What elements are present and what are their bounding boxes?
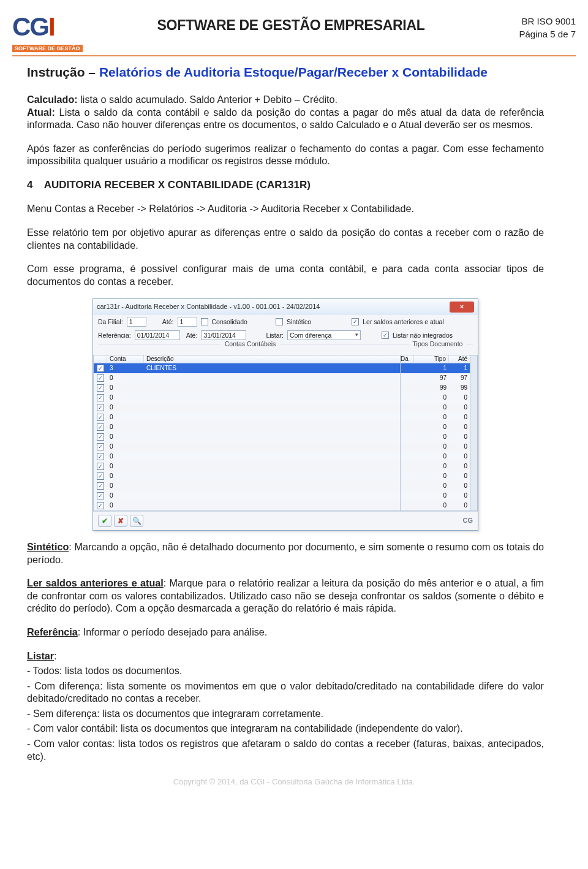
listar-combobox[interactable]: Com diferença — [287, 330, 361, 340]
para-ler-saldos: Ler saldos anteriores e atual: Marque pa… — [27, 577, 544, 615]
table-row[interactable]: 00 — [401, 393, 470, 403]
para-fechamento: Após fazer as conferências do período su… — [27, 142, 544, 167]
row-checkbox[interactable]: ✓ — [97, 394, 104, 401]
close-icon[interactable]: × — [450, 302, 474, 313]
search-button[interactable]: 🔍 — [130, 515, 143, 527]
dialog-titlebar: car131r - Auditoria Receber x Contabilid… — [93, 299, 478, 315]
table-row[interactable]: 00 — [401, 501, 470, 510]
row-checkbox[interactable]: ✓ — [97, 365, 104, 372]
group-contas-label: Contas Contábeis — [220, 340, 281, 347]
ref-ate-label: Até: — [186, 332, 198, 340]
sintetico-checkbox[interactable] — [276, 318, 283, 325]
grid-contas[interactable]: Conta Descrição ✓3CLIENTES✓0✓0✓0✓0✓0✓0✓0… — [93, 355, 400, 512]
table-row[interactable]: ✓0 — [94, 471, 400, 481]
row-checkbox[interactable]: ✓ — [97, 453, 104, 460]
table-row[interactable]: 00 — [401, 452, 470, 461]
cancel-button[interactable]: ✘ — [114, 515, 127, 527]
table-row[interactable]: 00 — [401, 412, 470, 422]
grid-tipos[interactable]: Da Tipo Até 1197979999000000000000000000… — [400, 355, 470, 512]
listar-valor-contabil: - Com valor contábil: lista os documento… — [27, 722, 544, 735]
table-row[interactable]: 00 — [401, 491, 470, 501]
row-checkbox[interactable]: ✓ — [97, 423, 104, 431]
para-objetivo: Esse relatório tem por objetivo apurar a… — [27, 226, 544, 251]
row-checkbox[interactable]: ✓ — [97, 433, 104, 441]
table-row[interactable]: ✓0 — [94, 373, 400, 383]
group-tipos-label: Tipos Documento — [409, 340, 467, 347]
table-row[interactable]: 00 — [401, 461, 470, 471]
consolidado-label: Consolidado — [212, 318, 247, 326]
row-checkbox[interactable]: ✓ — [97, 414, 104, 421]
listar-label: Listar: — [266, 332, 284, 340]
col-da: Da — [401, 355, 414, 363]
para-listar-head: Listar: — [27, 650, 544, 662]
table-row[interactable]: 00 — [401, 471, 470, 481]
table-row[interactable]: ✓0 — [94, 432, 400, 442]
page-number: Página 5 de 7 — [490, 28, 576, 40]
para-referencia: Referência: Informar o período desejado … — [27, 626, 544, 639]
row-checkbox[interactable]: ✓ — [97, 384, 104, 392]
doc-footer: Copyright © 2014, da CGI - Consultoria G… — [12, 777, 576, 786]
col-ate: Até — [449, 355, 470, 363]
da-filial-label: Da Filial: — [98, 318, 123, 326]
row-checkbox[interactable]: ✓ — [97, 463, 104, 470]
table-row[interactable]: 00 — [401, 442, 470, 452]
table-row[interactable]: ✓3CLIENTES — [94, 363, 400, 373]
ler-saldos-checkbox[interactable]: ✓ — [352, 318, 359, 325]
row-checkbox[interactable]: ✓ — [97, 374, 104, 382]
table-row[interactable]: ✓0 — [94, 383, 400, 393]
row-checkbox[interactable]: ✓ — [97, 492, 104, 499]
ate-filial-input[interactable]: 1 — [178, 317, 197, 327]
doc-meta: BR ISO 9001 Página 5 de 7 — [490, 12, 576, 40]
table-row[interactable]: ✓0 — [94, 412, 400, 422]
sintetico-label: Sintético — [287, 318, 311, 326]
table-row[interactable]: ✓0 — [94, 452, 400, 461]
grid-tipos-header: Da Tipo Até — [401, 355, 470, 364]
table-row[interactable]: ✓0 — [94, 393, 400, 403]
referencia-label: Referência: — [98, 332, 131, 340]
instruction-prefix: Instrução – — [27, 65, 99, 79]
row-checkbox[interactable]: ✓ — [97, 443, 104, 450]
table-row[interactable]: ✓0 — [94, 491, 400, 501]
listar-sem-dif: - Sem diferença: lista os documentos que… — [27, 707, 544, 720]
row-checkbox[interactable]: ✓ — [97, 404, 104, 411]
logo-subtitle: SOFTWARE DE GESTÃO — [12, 45, 83, 52]
table-row[interactable]: 9999 — [401, 383, 470, 393]
row-checkbox[interactable]: ✓ — [97, 502, 104, 509]
table-row[interactable]: ✓0 — [94, 501, 400, 510]
table-row[interactable]: 00 — [401, 432, 470, 442]
dialog-title: car131r - Auditoria Receber x Contabilid… — [97, 303, 320, 311]
table-row[interactable]: ✓0 — [94, 442, 400, 452]
consolidado-checkbox[interactable] — [201, 318, 208, 325]
row-checkbox[interactable]: ✓ — [97, 472, 104, 480]
atual-label: Atual: — [27, 107, 55, 118]
col-conta: Conta — [107, 355, 144, 363]
section-title: AUDITORIA RECEBER X CONTABILIDADE (CAR13… — [44, 179, 311, 191]
referencia-input[interactable]: 01/01/2014 — [135, 330, 180, 340]
listar-com-dif: - Com diferença: lista somente os movime… — [27, 680, 544, 705]
table-row[interactable]: ✓0 — [94, 461, 400, 471]
da-filial-input[interactable]: 1 — [127, 317, 146, 327]
ate-filial-label: Até: — [162, 318, 174, 326]
logo-text: CG — [12, 12, 48, 41]
table-row[interactable]: ✓0 — [94, 481, 400, 491]
para-calculado: Calculado: lista o saldo acumulado. Sald… — [27, 93, 544, 131]
dialog-window: car131r - Auditoria Receber x Contabilid… — [92, 298, 478, 531]
row-checkbox[interactable]: ✓ — [97, 482, 104, 490]
listar-nao-int-checkbox[interactable]: ✓ — [382, 332, 389, 339]
table-row[interactable]: 9797 — [401, 373, 470, 383]
doc-title: SOFTWARE DE GESTÃO EMPRESARIAL — [92, 12, 490, 34]
table-row[interactable]: 00 — [401, 403, 470, 412]
table-row[interactable]: 11 — [401, 363, 470, 373]
para-menu-path: Menu Contas a Receber -> Relatórios -> A… — [27, 202, 544, 215]
ler-saldos-term: Ler saldos anteriores e atual — [27, 577, 164, 588]
ok-button[interactable]: ✔ — [98, 515, 111, 527]
table-row[interactable]: 00 — [401, 422, 470, 432]
iso-label: BR ISO 9001 — [490, 15, 576, 28]
section-number: 4 — [27, 179, 32, 191]
table-row[interactable]: ✓0 — [94, 403, 400, 412]
table-row[interactable]: 00 — [401, 481, 470, 491]
grid-scrollbar[interactable] — [470, 355, 478, 512]
ref-ate-input[interactable]: 31/01/2014 — [201, 330, 246, 340]
table-row[interactable]: ✓0 — [94, 422, 400, 432]
col-tipo: Tipo — [414, 355, 449, 363]
